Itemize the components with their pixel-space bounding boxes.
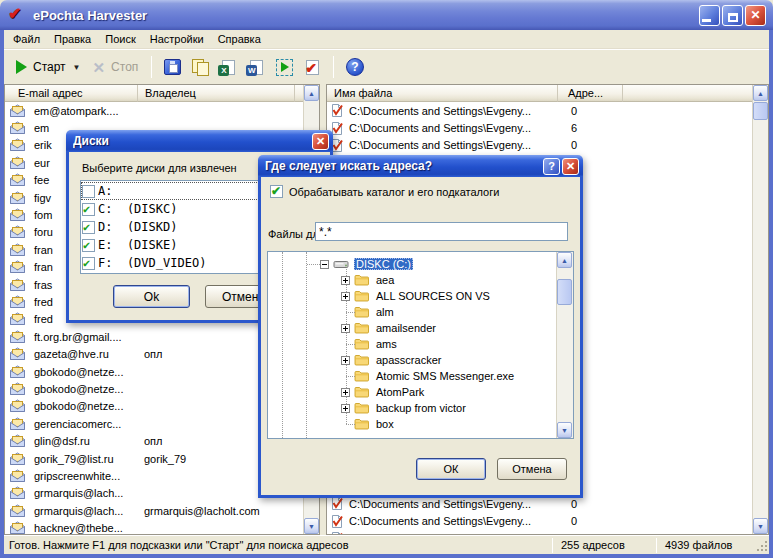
column-header-owner[interactable]: Владелец [138,85,295,102]
tree-item-label[interactable]: alm [374,306,396,318]
drive-checkbox[interactable] [82,257,95,270]
tree-item-label[interactable]: Atomic SMS Messenger.exe [374,370,516,382]
scroll-down-button[interactable]: ▼ [753,518,768,534]
verify-addresses-button[interactable]: ✔ [299,54,326,81]
column-header-addresses[interactable]: Адре... [558,85,623,102]
files-scrollbar[interactable]: ▲ ▼ [752,85,768,534]
tree-item-label[interactable]: backup from victor [374,402,468,414]
tree-item[interactable]: backup from victor [268,400,556,416]
tree-item[interactable]: aea [268,272,556,288]
menu-item-file[interactable]: Файл [6,31,47,47]
tree-item-label[interactable]: apasscracker [374,354,443,366]
file-row[interactable]: C:\Documents and Settings\Evgeny...0 [327,512,752,529]
save-button[interactable] [159,54,186,81]
resize-grip[interactable] [756,537,769,554]
export-excel-button[interactable]: X [215,54,242,81]
export-word-button[interactable]: W [243,54,270,81]
tree-item[interactable]: AtomPark [268,384,556,400]
close-button[interactable] [745,5,766,26]
email-row[interactable]: grmarquis@lach...grmarquis@lacholt.com [5,502,303,519]
folder-icon [354,354,369,366]
dropdown-arrow-icon[interactable]: ▼ [73,63,81,72]
tree-item-label[interactable]: AtomPark [374,386,426,398]
drive-checkbox[interactable] [82,203,95,216]
expand-icon[interactable] [341,324,350,333]
search-dialog-help-button[interactable]: ? [543,158,560,175]
tree-item[interactable]: ams [268,336,556,352]
drive-checkbox[interactable] [82,239,95,252]
email-row[interactable]: em@atompark.... [5,102,303,119]
email-row[interactable]: hackney@thebe... [5,519,303,534]
tree-item-label[interactable]: ALL SOURCES ON VS [374,290,492,302]
expand-icon[interactable] [341,388,350,397]
envelope-icon [9,521,26,534]
subfolders-checkbox[interactable] [270,185,283,198]
scroll-up-button[interactable]: ▲ [304,85,319,101]
start-button[interactable]: Старт ▼ [11,57,86,77]
menu-item-settings[interactable]: Настройки [143,31,211,47]
tree-item-label[interactable]: box [374,418,396,430]
tree-root-row[interactable]: DISKC (C:) [268,256,556,272]
export-run-button[interactable] [271,54,298,81]
drive-checkbox[interactable] [82,185,95,198]
expand-icon[interactable] [341,276,350,285]
expand-icon[interactable] [341,292,350,301]
tree-item[interactable]: amailsender [268,320,556,336]
email-address: gbokodo@netze... [34,400,123,412]
drive-checkbox[interactable] [82,221,95,234]
file-row[interactable]: C:\Documents and Settings\Evgeny...0 [327,137,752,154]
tree-item[interactable]: Atomic SMS Messenger.exe [268,368,556,384]
email-address: em [34,122,49,134]
tree-item[interactable]: apasscracker [268,352,556,368]
tree-item-label[interactable]: amailsender [374,322,438,334]
file-row[interactable]: C:\Documents and Settings\Evgeny... [327,530,752,535]
scrollbar-thumb[interactable] [753,102,768,120]
tree-item-label[interactable]: ams [374,338,399,350]
file-row[interactable]: C:\Documents and Settings\Evgeny...6 [327,119,752,136]
search-cancel-button[interactable]: Отмена [497,458,567,480]
expand-icon[interactable] [341,356,350,365]
tree-item[interactable]: alm [268,304,556,320]
disks-dialog-titlebar[interactable]: Диски ✕ [66,130,333,152]
email-address: ft.org.br@gmail.... [34,331,122,343]
copy-button[interactable] [187,54,214,81]
file-row[interactable]: C:\Documents and Settings\Evgeny...0 [327,102,752,119]
expand-icon[interactable] [341,404,350,413]
scroll-down-button[interactable]: ▼ [557,422,572,438]
file-mask-input[interactable] [315,222,568,241]
scroll-up-button[interactable]: ▲ [557,252,572,268]
collapse-icon[interactable] [320,260,329,269]
search-dialog-titlebar[interactable]: Где следует искать адреса? ? ✕ [258,155,583,177]
disks-ok-button[interactable]: Ok [113,285,190,308]
search-dialog-close-button[interactable]: ✕ [562,158,579,175]
disks-dialog-close-button[interactable]: ✕ [312,133,329,150]
email-owner: опл [144,348,163,360]
scroll-down-button[interactable]: ▼ [304,518,319,534]
column-header-filename[interactable]: Имя файла [327,85,558,102]
search-ok-button[interactable]: ОК [416,458,486,480]
menu-item-edit[interactable]: Правка [47,31,98,47]
title-bar[interactable]: ePochta Harvester [0,0,773,30]
file-path: C:\Documents and Settings\Evgeny... [349,532,531,535]
tree-item-label[interactable]: aea [374,274,396,286]
help-button[interactable]: ? [341,54,368,81]
email-address: fom [34,209,52,221]
address-count: 0 [571,498,577,510]
tree-root-label[interactable]: DISKC (C:) [354,258,413,270]
scrollbar-thumb[interactable] [557,279,572,305]
minimize-button[interactable] [699,5,720,26]
scroll-up-button[interactable]: ▲ [753,85,768,101]
menu-item-help[interactable]: Справка [211,31,268,47]
copy-icon [192,59,209,75]
tree-item[interactable]: ALL SOURCES ON VS [268,288,556,304]
tree-branch-line [346,424,355,425]
menu-item-search[interactable]: Поиск [98,31,142,47]
envelope-icon [9,504,26,518]
email-address: figv [34,192,51,204]
maximize-button[interactable] [722,5,743,26]
column-header-email[interactable]: E-mail адрес [5,85,138,102]
file-path: C:\Documents and Settings\Evgeny... [349,139,531,151]
folder-icon [354,274,369,286]
tree-scrollbar[interactable]: ▲ ▼ [556,252,573,438]
tree-item[interactable]: box [268,416,556,432]
